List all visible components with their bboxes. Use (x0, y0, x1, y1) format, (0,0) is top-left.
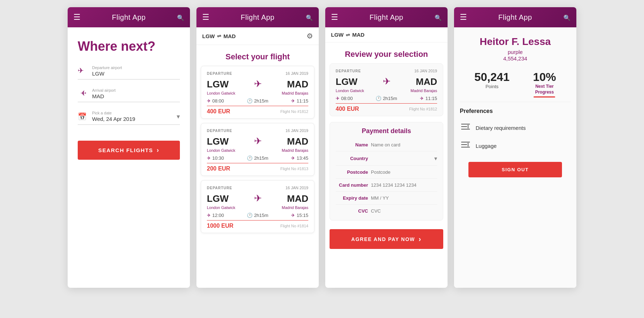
points-value: 50,241 (475, 71, 510, 84)
date-label: Pick a date (92, 111, 172, 115)
dietary-item[interactable]: Dietary requirements (454, 119, 576, 137)
flight2-clock-icon: 🕐 (247, 155, 253, 161)
review-times: ✈ 08:00 🕐 2h15m ✈ 11:15 (336, 96, 437, 101)
flight1-plane-icon: ✈ (233, 78, 283, 90)
flight3-from-code: LGW (207, 194, 229, 203)
review-arr-time: ✈ 11:15 (420, 96, 437, 101)
headline: Where next? (78, 39, 180, 54)
screen2-hamburger-icon[interactable] (202, 13, 209, 22)
payment-title: Payment details (336, 125, 437, 135)
arrival-field[interactable]: ✈ Arrival airport MAD (78, 88, 180, 102)
flight2-dep-label: DEPARTURE (207, 129, 232, 133)
luggage-item[interactable]: Luggage (454, 137, 576, 155)
profile-points-total: 4,554,234 (503, 55, 527, 62)
screen3-hamburger-icon[interactable] (331, 13, 338, 22)
points-label: Points (475, 84, 510, 89)
screen1-title: Flight App (112, 13, 146, 22)
flight2-route: LGW ✈ MAD (207, 136, 308, 147)
flight-card-2[interactable]: DEPARTURE 16 JAN 2019 LGW ✈ MAD London G… (201, 123, 314, 176)
screen3-appbar: Flight App (325, 7, 448, 27)
flight1-dep-time: ✈ 08:00 (207, 98, 224, 104)
payment-cvc-row[interactable]: CVC (336, 205, 437, 217)
payment-expiry-label: Expiry date (336, 195, 368, 201)
departure-value: LGW (92, 71, 104, 77)
payment-country-input[interactable] (371, 156, 431, 161)
flight3-times: ✈ 12:00 🕐 2h15m ✈ 15:15 (207, 213, 308, 218)
payment-country-row[interactable]: Country ▾ (336, 151, 437, 166)
departure-field[interactable]: ✈ Departure airport LGW (78, 65, 180, 80)
svg-rect-6 (461, 142, 470, 142)
search-btn-label: SEARCH FLIGHTS (98, 147, 153, 153)
search-icon[interactable] (177, 13, 184, 22)
filter-icon[interactable]: ⚙ (307, 32, 313, 40)
screen2-subbar: LGW ⇌ MAD ⚙ (196, 27, 319, 45)
svg-text:✈: ✈ (78, 67, 84, 74)
flight3-route: LGW ✈ MAD (207, 193, 308, 204)
date-content: Pick a date Wed, 24 Apr 2019 (92, 111, 172, 122)
flight1-clock-icon: 🕐 (247, 98, 253, 104)
flight3-duration: 🕐 2h15m (227, 213, 289, 218)
flight2-footer: 200 EUR Flight No #1813 (207, 163, 308, 172)
flight2-duration: 🕐 2h15m (227, 155, 289, 161)
country-dropdown-icon[interactable]: ▾ (434, 155, 437, 162)
flight3-to-city: Madrid Barajas (282, 205, 308, 210)
review-duration: 🕐 2h15m (356, 96, 417, 101)
payment-expiry-input[interactable] (371, 195, 437, 201)
review-to-code: MAD (416, 77, 437, 86)
flight-card-3-header: DEPARTURE 16 JAN 2019 (207, 186, 308, 190)
flight1-no: Flight No #1812 (280, 109, 308, 114)
flight2-to-city: Madrid Barajas (282, 148, 308, 153)
pay-arrow-icon: › (419, 235, 422, 243)
profile-screen: Heitor F. Lessa purple 4,554,234 50,241 … (454, 27, 576, 288)
search-flights-button[interactable]: SEARCH FLIGHTS › (78, 141, 180, 160)
flight3-to-code: MAD (287, 194, 308, 203)
flight1-times: ✈ 08:00 🕐 2h15m ✈ 11:15 (207, 98, 308, 104)
screen2-search-icon[interactable] (306, 13, 313, 22)
flight3-no: Flight No #1814 (280, 224, 308, 228)
profile-tier-section: purple 4,554,234 (454, 49, 576, 62)
payment-postcode-input[interactable] (371, 169, 437, 175)
screen3-search-icon[interactable] (435, 13, 442, 22)
flight2-arr-icon: ✈ (291, 155, 295, 161)
payment-expiry-row[interactable]: Expiry date (336, 192, 437, 205)
screen4-search-icon[interactable] (563, 13, 571, 22)
flight3-dep-label: DEPARTURE (207, 186, 232, 190)
screen3-route-arrows-icon: ⇌ (346, 32, 350, 38)
flights-screen: Select your flight DEPARTURE 16 JAN 2019… (196, 45, 319, 288)
tier-progress-value: 10% (533, 71, 556, 84)
flight-card-3[interactable]: DEPARTURE 16 JAN 2019 LGW ✈ MAD London G… (201, 180, 314, 233)
screen4-hamburger-icon[interactable] (460, 13, 467, 22)
screen2-from: LGW (202, 33, 215, 39)
payment-name-row[interactable]: Name (336, 138, 437, 151)
dietary-label: Dietary requirements (476, 125, 526, 131)
profile-stat-tier: 10% Next TierProgress (533, 71, 556, 97)
screen1-phone: Flight App Where next? ✈ Departure airpo… (68, 7, 190, 288)
flight2-from-code: LGW (207, 137, 229, 146)
flight3-plane-icon: ✈ (233, 193, 283, 204)
sign-out-button[interactable]: SIGN OUT (468, 162, 562, 177)
payment-card-input[interactable] (371, 182, 437, 188)
flight2-times: ✈ 10:30 🕐 2h15m ✈ 13:45 (207, 155, 308, 161)
payment-postcode-row[interactable]: Postcode (336, 166, 437, 179)
flight-card-1[interactable]: DEPARTURE 16 JAN 2019 LGW ✈ MAD London G… (201, 66, 314, 119)
payment-name-input[interactable] (371, 142, 437, 147)
payment-card-row[interactable]: Card number (336, 179, 437, 192)
hamburger-icon[interactable] (73, 13, 81, 22)
review-flight-header: DEPARTURE 16 JAN 2019 (336, 69, 437, 73)
payment-cvc-input[interactable] (371, 208, 437, 214)
screen2-phone: Flight App LGW ⇌ MAD ⚙ Select your fligh… (196, 7, 319, 288)
flight3-arr-time: ✈ 15:15 (291, 213, 308, 218)
departure-content: Departure airport LGW (92, 65, 180, 77)
search-fields: ✈ Departure airport LGW ✈ Arrival airpor… (78, 65, 180, 125)
screen2-to: MAD (223, 33, 236, 39)
luggage-label: Luggage (476, 143, 496, 149)
date-field[interactable]: 📅 Pick a date Wed, 24 Apr 2019 ▾ (78, 111, 180, 125)
payment-card-label: Card number (336, 182, 368, 188)
flight-card-1-header: DEPARTURE 16 JAN 2019 (207, 71, 308, 76)
flight3-price: 1000 EUR (207, 223, 233, 229)
flight3-clock-icon: 🕐 (247, 213, 253, 218)
flight1-dep-label: DEPARTURE (207, 72, 232, 76)
pay-now-button[interactable]: AGREE AND PAY NOW › (330, 229, 443, 249)
arrival-icon: ✈ (78, 89, 88, 99)
review-footer: 400 EUR Flight No #1812 (336, 103, 437, 112)
